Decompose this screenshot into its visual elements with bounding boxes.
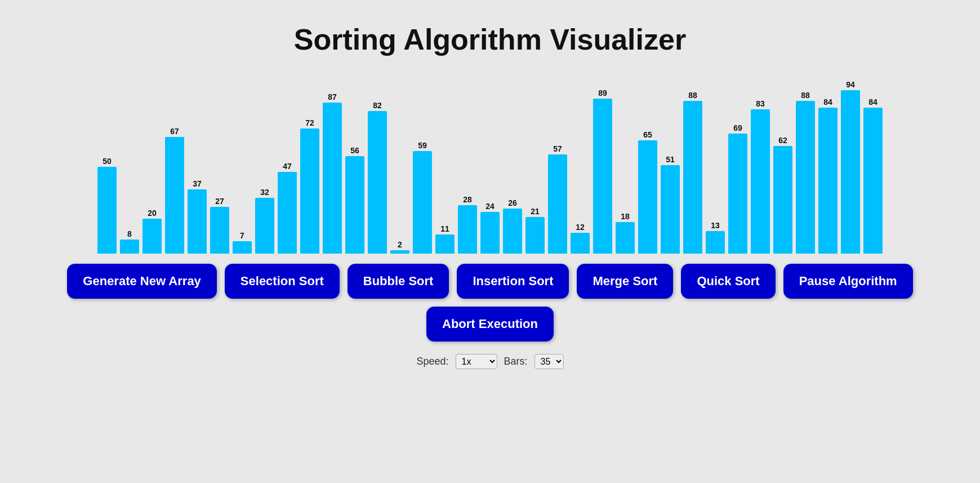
bar [728, 134, 747, 254]
bars-select[interactable]: 51015202530354050 [534, 354, 564, 369]
bar [368, 111, 387, 254]
bar [548, 154, 567, 254]
bar-value-label: 65 [643, 130, 652, 139]
bar [188, 189, 207, 254]
bar [616, 222, 635, 254]
bar-value-label: 84 [823, 98, 832, 107]
bar-value-label: 84 [868, 98, 877, 107]
bar-value-label: 67 [170, 127, 179, 136]
bar-wrapper: 21 [525, 207, 545, 254]
bar [593, 99, 612, 254]
bar-wrapper: 20 [142, 209, 162, 254]
bar-wrapper: 89 [593, 88, 612, 254]
insertion-sort-button[interactable]: Insertion Sort [457, 264, 569, 299]
bars-label: Bars: [504, 356, 528, 367]
bar-wrapper: 88 [796, 91, 815, 254]
bar-value-label: 32 [260, 188, 269, 197]
bar [638, 140, 657, 254]
bar-wrapper: 2 [390, 240, 409, 254]
bar-wrapper: 18 [616, 212, 635, 254]
bar-value-label: 72 [305, 118, 314, 127]
bar-wrapper: 57 [548, 144, 567, 254]
bar-wrapper: 62 [773, 136, 792, 254]
bar-value-label: 13 [711, 221, 720, 230]
bar-value-label: 50 [103, 157, 112, 166]
bar-value-label: 18 [621, 212, 630, 221]
bar-value-label: 20 [148, 209, 157, 218]
bar-value-label: 88 [688, 91, 697, 100]
bar-wrapper: 67 [165, 127, 184, 254]
bar-value-label: 2 [398, 240, 402, 249]
bar-value-label: 26 [508, 198, 517, 207]
bar [210, 207, 229, 254]
bar [571, 233, 590, 254]
bar [233, 241, 252, 254]
bar-wrapper: 50 [97, 157, 117, 254]
bar [458, 205, 477, 254]
bar-value-label: 27 [215, 197, 224, 206]
bar-wrapper: 59 [413, 141, 432, 254]
bar [300, 128, 319, 254]
selection-sort-button[interactable]: Selection Sort [225, 264, 340, 299]
bar-wrapper: 47 [278, 162, 297, 254]
bar-value-label: 12 [576, 223, 585, 232]
bar-wrapper: 84 [818, 98, 838, 254]
bar [120, 240, 139, 254]
bar [773, 146, 792, 254]
bar-value-label: 59 [418, 141, 427, 150]
bar-value-label: 11 [440, 224, 449, 233]
bar-wrapper: 28 [458, 195, 477, 254]
bar-wrapper: 72 [300, 118, 319, 254]
bar-value-label: 94 [846, 80, 855, 89]
bar-wrapper: 69 [728, 123, 747, 254]
chart-area: 5082067372773247728756822591128242621571… [17, 73, 963, 254]
bar [796, 101, 815, 254]
bar-wrapper: 87 [323, 92, 342, 254]
bar-value-label: 47 [283, 162, 292, 171]
bar-value-label: 83 [756, 99, 765, 108]
bar [97, 167, 117, 254]
bar [525, 217, 545, 254]
bar-wrapper: 24 [480, 202, 500, 254]
bar-wrapper: 8 [120, 229, 139, 254]
bar [323, 103, 342, 254]
speed-label: Speed: [416, 356, 448, 367]
bar-value-label: 28 [463, 195, 472, 204]
bar-wrapper: 12 [571, 223, 590, 254]
bar [345, 156, 364, 254]
bar-wrapper: 11 [435, 224, 455, 254]
bubble-sort-button[interactable]: Bubble Sort [348, 264, 449, 299]
bar [255, 198, 274, 254]
bar-value-label: 8 [127, 229, 132, 238]
bar [841, 90, 860, 254]
bar [706, 231, 725, 254]
generate-new-array-button[interactable]: Generate New Array [67, 264, 217, 299]
bar [278, 172, 297, 254]
bar [818, 108, 838, 254]
speed-select[interactable]: 0.25x0.5x1x2x4x [456, 354, 497, 369]
merge-sort-button[interactable]: Merge Sort [577, 264, 673, 299]
abort-execution-button[interactable]: Abort Execution [426, 307, 554, 342]
bar-value-label: 21 [531, 207, 540, 216]
quick-sort-button[interactable]: Quick Sort [681, 264, 775, 299]
bar [165, 137, 184, 254]
bar-value-label: 51 [666, 155, 675, 164]
bar-wrapper: 65 [638, 130, 657, 254]
bar-value-label: 56 [350, 146, 359, 155]
bar-value-label: 62 [778, 136, 787, 145]
bar-wrapper: 32 [255, 188, 274, 254]
pause-algorithm-button[interactable]: Pause Algorithm [783, 264, 913, 299]
bar [435, 234, 455, 254]
bar-wrapper: 37 [188, 179, 207, 254]
bar-value-label: 87 [328, 92, 337, 101]
bar-wrapper: 27 [210, 197, 229, 254]
controls-row: Speed: 0.25x0.5x1x2x4x Bars: 51015202530… [416, 354, 563, 369]
bar-wrapper: 88 [683, 91, 702, 254]
bar-wrapper: 56 [345, 146, 364, 254]
bar [751, 109, 770, 254]
bar [390, 250, 409, 254]
bar-wrapper: 94 [841, 80, 860, 254]
bar [661, 165, 680, 254]
bar-value-label: 24 [485, 202, 495, 211]
bar-wrapper: 84 [863, 98, 883, 254]
